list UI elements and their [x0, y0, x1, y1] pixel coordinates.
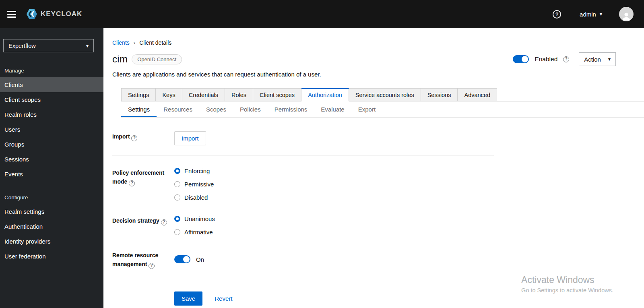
subtab-resources[interactable]: Resources	[157, 101, 199, 117]
form-divider	[112, 155, 494, 155]
windows-activation-watermark: Activate Windows Go to Settings to activ…	[521, 275, 613, 294]
primary-tabs: Settings Keys Credentials Roles Client s…	[121, 88, 644, 101]
sidebar-item-realm-settings[interactable]: Realm settings	[0, 204, 103, 219]
radio-option-disabled[interactable]: Disabled	[174, 194, 494, 201]
realm-selector[interactable]: Expertflow ▾	[3, 39, 94, 52]
policy-enforcement-help-icon[interactable]: ?	[129, 180, 135, 186]
breadcrumb-current: Client details	[139, 39, 171, 46]
toggle-state-label: On	[196, 256, 204, 263]
sidebar-item-clients[interactable]: Clients	[0, 77, 103, 92]
breadcrumb-clients-link[interactable]: Clients	[112, 39, 130, 46]
sidebar-item-realm-roles[interactable]: Realm roles	[0, 107, 103, 122]
chevron-down-icon: ▾	[608, 56, 611, 62]
chevron-down-icon: ▾	[86, 43, 89, 49]
tab-roles[interactable]: Roles	[225, 88, 253, 101]
radio-unchecked-icon	[174, 194, 180, 201]
remote-resource-toggle[interactable]	[174, 255, 190, 263]
subtab-policies[interactable]: Policies	[233, 101, 268, 117]
watermark-title: Activate Windows	[521, 275, 613, 285]
subtab-export[interactable]: Export	[351, 101, 382, 117]
radio-checked-icon	[174, 168, 180, 174]
tab-authorization[interactable]: Authorization	[301, 88, 349, 101]
sidebar-item-groups[interactable]: Groups	[0, 137, 103, 152]
breadcrumb: Clients › Client details	[112, 39, 634, 46]
sidebar-item-authentication[interactable]: Authentication	[0, 219, 103, 234]
policy-enforcement-mode-label: Policy enforcement mode ?	[112, 167, 174, 201]
toggle-knob	[522, 56, 528, 62]
decision-strategy-help-icon[interactable]: ?	[161, 219, 167, 225]
enabled-help-icon[interactable]: ?	[563, 56, 569, 62]
tab-settings[interactable]: Settings	[121, 88, 156, 101]
radio-unchecked-icon	[174, 229, 180, 235]
enabled-label: Enabled	[535, 56, 557, 63]
brand-wordmark: KEYCLOAK	[41, 10, 82, 18]
realm-selector-value: Expertflow	[8, 43, 36, 49]
import-label: Import ?	[112, 131, 174, 145]
help-icon[interactable]: ?	[553, 10, 561, 19]
nav-section-configure: Configure	[0, 194, 103, 201]
sidebar-item-sessions[interactable]: Sessions	[0, 152, 103, 167]
radio-unchecked-icon	[174, 181, 180, 187]
tab-client-scopes[interactable]: Client scopes	[253, 88, 301, 101]
tab-advanced[interactable]: Advanced	[458, 88, 497, 101]
radio-label: Unanimous	[184, 215, 215, 222]
user-menu[interactable]: admin ▾	[580, 11, 602, 18]
remote-resource-management-label: Remote resource management ?	[112, 250, 174, 269]
authorization-settings-form: Import ? Import Policy enforcement mode …	[112, 131, 494, 306]
decision-strategy-radio-group: Unanimous Affirmative	[174, 215, 494, 236]
sidebar-item-client-scopes[interactable]: Client scopes	[0, 92, 103, 107]
radio-label: Permissive	[184, 181, 214, 188]
radio-option-permissive[interactable]: Permissive	[174, 181, 494, 188]
radio-label: Affirmative	[184, 229, 213, 236]
page-title: cim	[112, 54, 128, 65]
toggle-knob	[183, 256, 190, 263]
subtab-evaluate[interactable]: Evaluate	[314, 101, 351, 117]
radio-checked-icon	[174, 216, 180, 222]
tab-service-accounts-roles[interactable]: Service accounts roles	[349, 88, 421, 101]
subtab-scopes[interactable]: Scopes	[199, 101, 233, 117]
protocol-badge: OpenID Connect	[132, 54, 182, 64]
keycloak-logo-icon	[26, 8, 38, 20]
authorization-sub-tabs: Settings Resources Scopes Policies Permi…	[121, 101, 644, 118]
username-label: admin	[580, 11, 596, 18]
hamburger-menu-icon[interactable]	[4, 6, 20, 22]
form-actions: Save Revert	[174, 291, 494, 306]
breadcrumb-separator-icon: ›	[134, 40, 135, 46]
radio-label: Enforcing	[184, 167, 210, 174]
person-icon	[621, 11, 632, 21]
radio-option-unanimous[interactable]: Unanimous	[174, 215, 494, 222]
main-content: Clients › Client details cim OpenID Conn…	[103, 28, 644, 308]
masthead: KEYCLOAK ? admin ▾	[0, 0, 644, 28]
revert-link[interactable]: Revert	[215, 295, 232, 302]
sidebar-item-user-federation[interactable]: User federation	[0, 249, 103, 264]
keycloak-brand[interactable]: KEYCLOAK	[26, 8, 82, 20]
nav-section-manage: Manage	[0, 68, 103, 74]
save-button[interactable]: Save	[174, 291, 202, 306]
avatar[interactable]	[619, 7, 634, 21]
remote-resource-help-icon[interactable]: ?	[149, 263, 155, 269]
chevron-down-icon: ▾	[600, 11, 602, 17]
sidebar: Expertflow ▾ Manage Clients Client scope…	[0, 28, 103, 308]
decision-strategy-label: Decision strategy ?	[112, 215, 174, 236]
page-header: cim OpenID Connect Enabled ? Action ▾	[112, 52, 634, 66]
radio-option-affirmative[interactable]: Affirmative	[174, 229, 494, 236]
tab-credentials[interactable]: Credentials	[182, 88, 225, 101]
sidebar-item-events[interactable]: Events	[0, 167, 103, 182]
sidebar-item-identity-providers[interactable]: Identity providers	[0, 234, 103, 249]
enabled-toggle[interactable]	[513, 55, 529, 63]
watermark-subtitle: Go to Settings to activate Windows.	[521, 287, 613, 294]
import-help-icon[interactable]: ?	[131, 135, 137, 141]
subtab-permissions[interactable]: Permissions	[268, 101, 314, 117]
sidebar-item-users[interactable]: Users	[0, 122, 103, 137]
tab-keys[interactable]: Keys	[156, 88, 182, 101]
import-button[interactable]: Import	[174, 131, 206, 145]
tab-sessions[interactable]: Sessions	[421, 88, 458, 101]
radio-label: Disabled	[184, 194, 208, 201]
radio-option-enforcing[interactable]: Enforcing	[174, 167, 494, 174]
subtab-settings[interactable]: Settings	[121, 101, 157, 117]
page-description: Clients are applications and services th…	[112, 71, 634, 78]
policy-enforcement-radio-group: Enforcing Permissive Disabled	[174, 167, 494, 201]
action-dropdown[interactable]: Action ▾	[579, 52, 616, 66]
action-dropdown-label: Action	[584, 56, 601, 63]
